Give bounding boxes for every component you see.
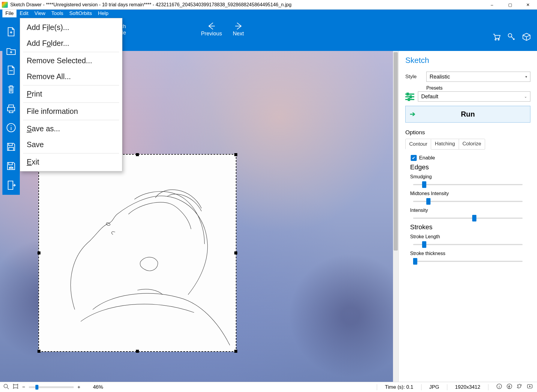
menu-remove-selected[interactable]: Remove Selected... (20, 53, 122, 69)
zoom-tool-icon[interactable] (3, 383, 9, 391)
smudging-label: Smudging (410, 174, 530, 180)
sketch-preview (39, 155, 236, 351)
run-arrow-icon: ➔ (410, 110, 415, 118)
sliders-icon[interactable] (405, 92, 414, 101)
enable-checkbox[interactable]: ✔ (411, 155, 417, 161)
tab-hatching[interactable]: Hatching (431, 139, 459, 149)
menu-softorbits[interactable]: SoftOrbits (66, 10, 95, 17)
zoom-percent: 46% (93, 384, 103, 390)
menu-view[interactable]: View (32, 10, 49, 17)
menu-add-files[interactable]: Add File(s)... (20, 19, 122, 35)
print-icon[interactable] (2, 99, 20, 118)
resize-handle[interactable] (234, 350, 237, 353)
strokes-heading: Strokes (410, 223, 530, 231)
presets-value: Default (421, 94, 438, 100)
status-format: JPG (429, 384, 439, 390)
presets-label: Presets (426, 85, 530, 91)
run-label: Run (461, 110, 475, 118)
intensity-label: Intensity (410, 208, 530, 213)
package-icon[interactable] (522, 32, 531, 43)
menu-add-folder[interactable]: Add Folder... (20, 35, 122, 51)
resize-handle[interactable] (136, 350, 139, 353)
left-icon-strip (2, 18, 20, 195)
menu-remove-all[interactable]: Remove All... (20, 69, 122, 85)
arrow-left-icon (207, 22, 216, 31)
svg-rect-6 (14, 385, 18, 388)
svg-point-0 (495, 39, 496, 40)
menu-separator (23, 52, 119, 52)
style-combo[interactable]: Realistic ▾ (426, 72, 530, 82)
intensity-slider[interactable] (413, 215, 523, 221)
resize-handle[interactable] (38, 350, 40, 353)
svg-point-1 (498, 39, 499, 40)
menu-separator (23, 102, 119, 103)
status-bar: − + 46% Time (s): 0.1 JPG 1920x3412 (0, 382, 537, 392)
stroke-length-slider[interactable] (413, 241, 523, 248)
zoom-in-button[interactable]: + (77, 384, 80, 390)
status-dimensions: 1920x3412 (455, 384, 480, 390)
info-status-icon[interactable] (496, 383, 502, 391)
midtones-slider[interactable] (413, 198, 523, 205)
smudging-slider[interactable] (413, 181, 523, 188)
menu-print[interactable]: Print (20, 86, 122, 102)
style-label: Style (405, 74, 426, 80)
tab-colorize[interactable]: Colorize (459, 139, 485, 149)
window-title: Sketch Drawer - ****Unregistered version… (10, 2, 483, 7)
chevron-down-icon: ⌄ (524, 94, 527, 99)
resize-handle[interactable] (38, 251, 40, 254)
zoom-slider[interactable] (29, 386, 74, 388)
arrow-right-icon (234, 22, 243, 31)
previous-label: Previous (201, 31, 222, 37)
menu-file[interactable]: File (2, 10, 16, 17)
enable-label: Enable (419, 155, 435, 161)
save-icon[interactable] (2, 156, 20, 176)
stroke-thickness-label: Stroke thickness (410, 251, 530, 256)
facebook-icon[interactable] (506, 383, 512, 391)
app-icon (2, 2, 8, 8)
resize-handle[interactable] (234, 251, 237, 254)
cart-icon[interactable] (492, 32, 501, 43)
presets-combo[interactable]: Default ⌄ (418, 91, 530, 102)
tab-contour[interactable]: Contour (406, 139, 431, 150)
next-button[interactable]: Next (233, 22, 244, 37)
menu-help[interactable]: Help (95, 10, 112, 17)
exit-icon[interactable] (2, 176, 20, 195)
previous-button[interactable]: Previous (201, 22, 222, 37)
menu-edit[interactable]: Edit (16, 10, 31, 17)
run-button[interactable]: ➔ Run (405, 106, 530, 123)
edges-heading: Edges (410, 163, 530, 171)
menu-tools[interactable]: Tools (48, 10, 66, 17)
options-label: Options (405, 129, 530, 136)
trash-icon[interactable] (2, 80, 20, 99)
save-as-icon[interactable] (2, 137, 20, 156)
menu-separator (23, 85, 119, 85)
stroke-thickness-slider[interactable] (413, 258, 523, 265)
minimize-button[interactable]: – (483, 0, 501, 10)
menu-save-as[interactable]: Save as... (20, 121, 122, 137)
canvas-scrollbar[interactable] (393, 51, 398, 382)
twitter-icon[interactable] (517, 383, 523, 391)
add-file-icon[interactable] (2, 22, 20, 41)
menu-exit[interactable]: Exit (20, 154, 122, 170)
youtube-icon[interactable] (527, 383, 533, 391)
svg-point-5 (4, 384, 8, 388)
chevron-down-icon: ▾ (525, 75, 527, 79)
selection-box[interactable] (38, 154, 236, 352)
menu-file-information[interactable]: File information (20, 103, 122, 119)
close-button[interactable]: ✕ (519, 0, 537, 10)
resize-handle[interactable] (136, 153, 139, 156)
info-icon[interactable] (2, 118, 20, 137)
fit-screen-icon[interactable] (13, 383, 19, 391)
maximize-button[interactable]: ▢ (501, 0, 519, 10)
zoom-out-button[interactable]: − (22, 384, 25, 390)
midtones-label: Midtones Intensity (410, 191, 530, 196)
stroke-length-label: Stroke Length (410, 234, 530, 239)
next-label: Next (233, 31, 244, 37)
key-icon[interactable] (507, 32, 516, 43)
panel-heading: Sketch (405, 56, 530, 65)
status-time: Time (s): 0.1 (385, 384, 413, 390)
resize-handle[interactable] (234, 153, 237, 156)
menu-save[interactable]: Save (20, 137, 122, 153)
remove-file-icon[interactable] (2, 61, 20, 80)
add-folder-icon[interactable] (2, 41, 20, 61)
